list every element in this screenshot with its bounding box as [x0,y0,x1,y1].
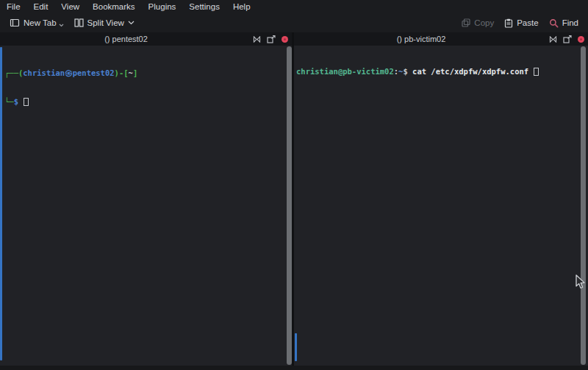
scrollbar[interactable] [287,46,292,365]
paste-label: Paste [517,18,538,27]
menu-view[interactable]: View [54,1,86,13]
terminal-cursor [534,68,539,76]
copy-icon [462,18,470,27]
prompt-line-2: └─$ [4,97,137,107]
left-pane-header[interactable]: () pentest02 [0,32,292,46]
new-tab-button[interactable]: New Tab [4,15,69,30]
detach-view-icon[interactable] [267,35,276,43]
menu-help[interactable]: Help [226,1,257,13]
toolbar: New Tab Split View [0,13,588,32]
mouse-pointer-icon [576,274,587,293]
paste-icon [504,18,513,28]
split-view-icon [74,18,84,27]
konsole-window: File Edit View Bookmarks Plugins Setting… [0,0,588,370]
split-view-label: Split View [87,18,124,27]
menubar: File Edit View Bookmarks Plugins Setting… [0,0,588,13]
scrollbar[interactable] [581,46,586,365]
split-view-button[interactable]: Split View [69,15,140,30]
prompt-line: christian@pb-victim02:~$ cat /etc/xdpfw/… [296,67,539,77]
new-tab-label: New Tab [24,18,57,27]
terminal-output: christian@pb-victim02:~$ cat /etc/xdpfw/… [296,48,539,96]
terminal-cursor [24,98,29,106]
new-tab-dropdown-caret[interactable] [59,24,64,27]
left-pane-title: () pentest02 [0,35,252,43]
expand-view-icon[interactable] [549,36,557,43]
menu-bookmarks[interactable]: Bookmarks [86,1,142,13]
right-pane-title: () pb-victim02 [294,35,548,43]
terminal-output: ┌──(christian㉿pentest02)-[~] └─$ [4,49,137,126]
find-icon [549,18,559,28]
copy-button[interactable]: Copy [456,15,499,30]
menu-file[interactable]: File [6,1,27,13]
paste-button[interactable]: Paste [499,15,543,31]
find-label: Find [562,18,578,27]
expand-view-icon[interactable] [253,36,261,43]
close-split-button[interactable] [282,36,288,43]
menu-plugins[interactable]: Plugins [142,1,183,13]
menu-settings[interactable]: Settings [182,1,226,13]
window-bottom-edge [0,366,588,370]
prompt-line-1: ┌──(christian㉿pentest02)-[~] [4,68,137,78]
focus-accent-line [295,333,297,361]
terminal-left-pentest02[interactable]: ┌──(christian㉿pentest02)-[~] └─$ [0,46,292,366]
focus-accent-line [0,47,2,360]
split-view-chevron-down-icon[interactable] [128,21,135,25]
find-button[interactable]: Find [544,15,584,31]
terminal-right-pb-victim02[interactable]: christian@pb-victim02:~$ cat /etc/xdpfw/… [294,46,588,366]
new-tab-icon [10,18,20,27]
copy-label: Copy [474,18,494,27]
right-pane-header[interactable]: () pb-victim02 [294,32,588,46]
close-split-button[interactable] [578,36,584,43]
menu-edit[interactable]: Edit [27,1,55,13]
detach-view-icon[interactable] [563,35,572,43]
